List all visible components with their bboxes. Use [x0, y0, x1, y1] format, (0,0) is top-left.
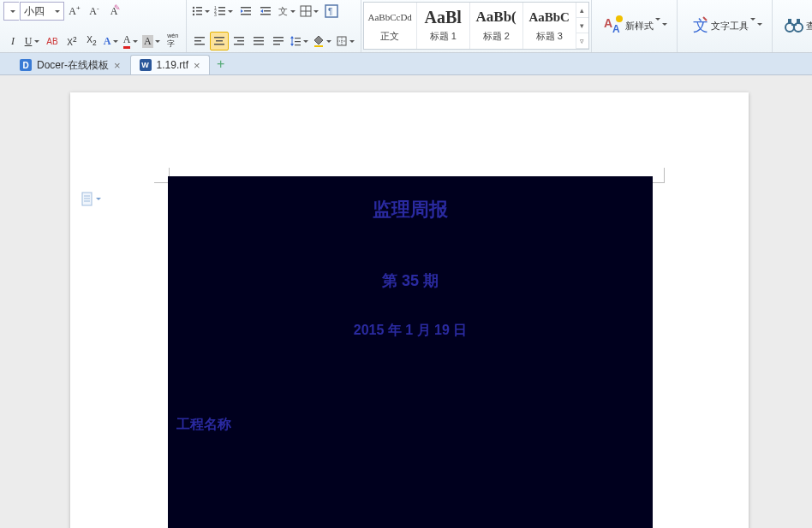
svg-rect-3: [196, 10, 202, 12]
svg-rect-46: [295, 44, 301, 45]
text-tool-label: 文字工具: [711, 21, 749, 31]
find-replace-button[interactable]: 查找替换: [776, 2, 812, 50]
svg-rect-29: [214, 37, 224, 39]
word-file-icon: W: [140, 59, 152, 71]
align-right-button[interactable]: [230, 32, 248, 50]
borders-button[interactable]: [335, 32, 357, 50]
document-content[interactable]: 监理周报 第 35 期 2015 年 1 月 19 日 工程名称: [168, 176, 653, 528]
svg-rect-7: [218, 7, 225, 9]
style-label: 标题 2: [470, 30, 522, 43]
docer-icon: D: [20, 59, 32, 71]
svg-rect-18: [260, 14, 271, 15]
style-item-1[interactable]: AaBl标题 1: [417, 3, 470, 49]
line-spacing-button[interactable]: [289, 32, 311, 50]
font-name-combo[interactable]: [3, 2, 19, 21]
document-tabstrip: D Docer-在线模板 × W 1.19.rtf × +: [0, 53, 812, 75]
align-left-button[interactable]: [190, 32, 209, 50]
workspace[interactable]: 监理周报 第 35 期 2015 年 1 月 19 日 工程名称: [0, 75, 812, 528]
svg-rect-31: [214, 44, 224, 45]
tab-document-1-label: 1.19.rtf: [157, 59, 188, 71]
svg-text:A: A: [612, 23, 620, 35]
styles-expand[interactable]: ▿: [576, 33, 588, 49]
phonetic-guide-button[interactable]: wén字: [164, 32, 182, 50]
styles-group: AaBbCcDd正文AaBl标题 1AaBb(标题 2AaBbC标题 3 ▴ ▾…: [361, 0, 592, 52]
svg-rect-11: [218, 14, 225, 15]
svg-rect-35: [254, 37, 264, 39]
increase-indent-button[interactable]: [256, 2, 275, 21]
styles-gallery-scroll: ▴ ▾ ▿: [576, 3, 588, 49]
doc-section-label: 工程名称: [176, 416, 231, 434]
font-size-combo[interactable]: 小四: [20, 2, 64, 21]
svg-rect-47: [314, 45, 323, 47]
svg-rect-59: [791, 24, 797, 26]
text-tool-button[interactable]: 文 文字工具: [681, 2, 768, 50]
underline-button[interactable]: U: [23, 32, 42, 50]
tab-document-1[interactable]: W 1.19.rtf ×: [130, 55, 210, 74]
style-label: 标题 1: [417, 30, 469, 43]
svg-rect-34: [234, 44, 244, 45]
svg-rect-27: [194, 40, 201, 42]
italic-button[interactable]: I: [3, 32, 22, 50]
style-preview: AaBb(: [470, 4, 522, 30]
style-item-0[interactable]: AaBbCcDd正文: [364, 3, 417, 49]
styles-scroll-up[interactable]: ▴: [576, 3, 588, 18]
svg-point-0: [192, 7, 194, 9]
numbering-button[interactable]: 123: [213, 2, 236, 21]
align-distribute-button[interactable]: [269, 32, 288, 50]
svg-rect-14: [241, 14, 251, 15]
svg-rect-16: [260, 7, 271, 9]
style-preview: AaBl: [417, 4, 469, 30]
superscript-button[interactable]: X2: [63, 32, 81, 50]
align-justify-button[interactable]: [249, 32, 268, 50]
find-replace-group: 查找替换: [773, 0, 812, 52]
text-tool-group: 文 文字工具: [678, 0, 773, 52]
svg-rect-26: [194, 37, 205, 39]
svg-text:文: 文: [278, 6, 288, 16]
shading-button[interactable]: [312, 32, 334, 50]
svg-marker-42: [290, 36, 294, 39]
svg-marker-19: [260, 9, 263, 13]
svg-rect-39: [273, 40, 284, 42]
text-direction-button[interactable]: 文: [276, 2, 298, 21]
style-item-2[interactable]: AaBb(标题 2: [470, 3, 523, 49]
find-replace-label: 查找替换: [806, 21, 812, 31]
style-label: 标题 3: [523, 30, 576, 43]
svg-rect-33: [237, 40, 244, 42]
grow-font-button[interactable]: A+: [65, 2, 84, 21]
subscript-button[interactable]: X2: [82, 32, 101, 50]
bullets-button[interactable]: [190, 2, 212, 21]
svg-rect-32: [234, 37, 244, 39]
insert-section-button[interactable]: [81, 192, 101, 207]
decrease-indent-button[interactable]: [236, 2, 255, 21]
svg-rect-40: [273, 44, 280, 45]
svg-rect-37: [254, 44, 264, 45]
svg-rect-38: [273, 37, 284, 39]
page-1[interactable]: 监理周报 第 35 期 2015 年 1 月 19 日 工程名称: [70, 92, 749, 528]
tab-docer-template[interactable]: D Docer-在线模板 ×: [10, 55, 130, 74]
paragraph-group: 123 文 ¶: [187, 0, 361, 52]
tab-document-1-close[interactable]: ×: [194, 59, 200, 72]
highlight-button[interactable]: A: [141, 32, 163, 50]
new-style-icon: AA: [601, 13, 625, 37]
svg-rect-45: [295, 41, 301, 42]
style-item-3[interactable]: AaBbC标题 3: [523, 3, 576, 49]
new-tab-button[interactable]: +: [210, 53, 232, 74]
svg-point-2: [192, 10, 194, 12]
strikethrough-button[interactable]: AB: [43, 32, 62, 50]
show-marks-button[interactable]: ¶: [322, 2, 341, 21]
text-effects-button[interactable]: A: [102, 32, 121, 50]
tab-docer-close[interactable]: ×: [114, 59, 121, 72]
binoculars-icon: [782, 13, 806, 37]
shrink-font-button[interactable]: A-: [85, 2, 104, 21]
align-center-button[interactable]: [210, 32, 229, 50]
svg-rect-12: [241, 7, 251, 9]
svg-rect-13: [244, 10, 251, 12]
font-color-button[interactable]: A: [122, 32, 140, 50]
new-style-button[interactable]: AA 新样式: [595, 2, 673, 50]
doc-issue: 第 35 期: [168, 270, 653, 291]
styles-scroll-down[interactable]: ▾: [576, 18, 588, 33]
alignment-grid-button[interactable]: [299, 2, 321, 21]
clear-format-button[interactable]: A✎: [104, 2, 123, 21]
svg-text:A: A: [604, 16, 612, 30]
svg-rect-30: [216, 40, 223, 42]
